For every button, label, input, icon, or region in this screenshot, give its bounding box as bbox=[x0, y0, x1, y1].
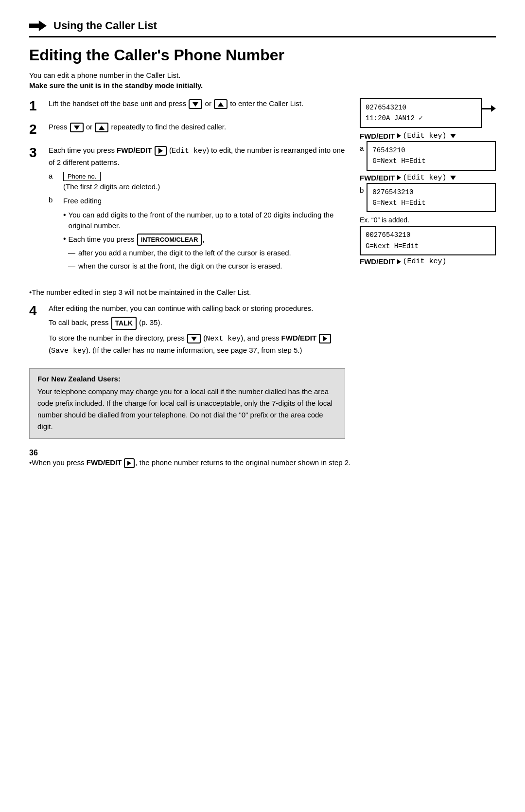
fwd-down-arrow-2 bbox=[450, 176, 456, 180]
fwd-label-3: FWD/EDIT (Edit key) bbox=[360, 257, 496, 266]
screen-b2-line1: 00276543210 bbox=[366, 230, 490, 240]
sub-a-label: a bbox=[49, 172, 56, 191]
down-arrow-icon-3 bbox=[191, 337, 197, 341]
right-column: 0276543210 11:20A JAN12 ✓ FWD/EDIT (Edit… bbox=[360, 98, 496, 457]
step-2-content: Press or repeatedly to find the desired … bbox=[49, 122, 345, 136]
step-3: 3 Each time you press FWD/EDIT (Edit key… bbox=[29, 145, 345, 278]
fwd-down-arrow-1 bbox=[450, 134, 456, 138]
sub-item-b: b Free editing • You can add digits to t… bbox=[49, 196, 345, 273]
main-content: 1 Lift the handset off the base unit and… bbox=[29, 98, 496, 457]
fwd-return-note: •When you press FWD/EDIT , the phone num… bbox=[29, 457, 496, 469]
fwd-edit-text-1: FWD/EDIT bbox=[360, 132, 395, 140]
screen-b1-line1: 0276543210 bbox=[372, 187, 490, 198]
screen-b-letter: b bbox=[360, 186, 364, 194]
dash-2: — when the cursor is at the front, the d… bbox=[63, 261, 345, 272]
right-arrow-note bbox=[127, 461, 131, 466]
bullet-1: • You can add digits to the front of the… bbox=[63, 210, 345, 232]
page-number: 36 bbox=[29, 449, 345, 457]
intro-line1: You can edit a phone number in the Calle… bbox=[29, 71, 496, 79]
step-1-text: Lift the handset off the base unit and p… bbox=[49, 98, 345, 109]
step-1-content: Lift the handset off the base unit and p… bbox=[49, 98, 345, 113]
fwd-edit-text-2: FWD/EDIT bbox=[360, 174, 395, 182]
header-rule bbox=[29, 36, 496, 37]
fwd-edit-key-2: (Edit key) bbox=[403, 174, 447, 182]
screen-1: 0276543210 11:20A JAN12 ✓ bbox=[360, 98, 482, 128]
sub-b-content: Free editing • You can add digits to the… bbox=[63, 196, 345, 273]
fwd-edit-label-inline: FWD/EDIT bbox=[117, 146, 152, 154]
up-key bbox=[214, 99, 228, 109]
up-key-2 bbox=[95, 123, 108, 132]
fwd-right-arrow-1 bbox=[397, 133, 401, 138]
down-arrow-icon-2 bbox=[74, 126, 80, 130]
intro-line2: Make sure the unit is in the standby mod… bbox=[29, 81, 496, 90]
left-column: 1 Lift the handset off the base unit and… bbox=[29, 98, 345, 457]
step-3-content: Each time you press FWD/EDIT (Edit key) … bbox=[49, 145, 345, 278]
screen-b2: 00276543210 G=Next H=Edit bbox=[360, 226, 496, 255]
fwd-edit-key-3: (Edit key) bbox=[403, 257, 447, 266]
step-2: 2 Press or repeatedly to find the desire… bbox=[29, 122, 345, 136]
step-4-text3: To store the number in the directory, pr… bbox=[49, 333, 345, 357]
sub-a-content: Phone no. (The first 2 digits are delete… bbox=[63, 172, 345, 191]
step-3-number: 3 bbox=[29, 146, 43, 278]
dash-1: — after you add a number, the digit to t… bbox=[63, 248, 345, 259]
sub-a-desc: (The first 2 digits are deleted.) bbox=[63, 182, 345, 191]
header-title: Using the Caller List bbox=[53, 19, 157, 32]
sub-b-label: b bbox=[49, 196, 56, 273]
bullet-2: • Each time you press INTERCOM/CLEAR, bbox=[63, 234, 345, 246]
screen-a-line1: 76543210 bbox=[372, 145, 490, 156]
right-key-note bbox=[124, 458, 135, 468]
screen-arrow-right bbox=[481, 105, 496, 112]
header-section: Using the Caller List bbox=[29, 19, 496, 32]
screen-b1-box-wrap: 0276543210 G=Next H=Edit bbox=[367, 183, 496, 214]
step-4-content: After editing the number, you can contin… bbox=[49, 303, 345, 360]
screen-b2-line2: G=Next H=Edit bbox=[366, 241, 490, 252]
screen-b1-line2: G=Next H=Edit bbox=[372, 198, 490, 208]
intercom-key: INTERCOM/CLEAR bbox=[137, 234, 202, 246]
page-title: Editing the Caller's Phone Number bbox=[29, 46, 496, 64]
right-key bbox=[155, 146, 167, 156]
ex-label: Ex. “0” is added. bbox=[360, 216, 496, 224]
right-arrow-icon bbox=[158, 148, 163, 154]
arrow-shaft bbox=[481, 108, 491, 109]
step-1: 1 Lift the handset off the base unit and… bbox=[29, 98, 345, 113]
note-box-text: Your telephone company may charge you fo… bbox=[37, 386, 337, 433]
step-2-text: Press or repeatedly to find the desired … bbox=[49, 122, 345, 133]
step-4-text2: To call back, press TALK (p. 35). bbox=[49, 317, 345, 330]
note-box-title: For New Zealand Users: bbox=[37, 375, 337, 383]
phone-no-box: Phone no. bbox=[63, 172, 101, 181]
sub-item-a: a Phone no. (The first 2 digits are dele… bbox=[49, 172, 345, 191]
step-1-number: 1 bbox=[29, 99, 43, 113]
talk-key: TALK bbox=[111, 317, 137, 330]
fwd-edit-text-3: FWD/EDIT bbox=[360, 257, 395, 266]
fwd-edit-key-1: (Edit key) bbox=[403, 132, 447, 140]
screen-section-1: 0276543210 11:20A JAN12 ✓ bbox=[360, 98, 496, 128]
step-4-text1: After editing the number, you can contin… bbox=[49, 303, 345, 314]
sub-b-title: Free editing bbox=[63, 196, 345, 207]
note-box: For New Zealand Users: Your telephone co… bbox=[29, 368, 345, 439]
screen-1-line1: 0276543210 bbox=[366, 102, 476, 113]
screen-a: 76543210 G=Next H=Edit bbox=[367, 141, 496, 171]
down-key bbox=[189, 99, 202, 109]
screen-a-letter: a bbox=[360, 144, 364, 152]
bottom-bullet: •The number edited in step 3 will not be… bbox=[29, 287, 345, 298]
screen-b-section: b 0276543210 G=Next H=Edit bbox=[360, 183, 496, 214]
right-key-2 bbox=[319, 334, 331, 343]
step-4: 4 After editing the number, you can cont… bbox=[29, 303, 345, 360]
screen-1-line2: 11:20A JAN12 ✓ bbox=[366, 113, 476, 124]
arrow-head bbox=[491, 105, 496, 112]
up-arrow-icon bbox=[218, 102, 224, 107]
down-arrow-icon bbox=[192, 102, 198, 107]
down-key-2 bbox=[70, 123, 84, 132]
screen-b1: 0276543210 G=Next H=Edit bbox=[367, 183, 496, 213]
step-3-text: Each time you press FWD/EDIT (Edit key) … bbox=[49, 145, 345, 168]
fwd-right-arrow-3 bbox=[397, 259, 401, 264]
screen-a-section: a 76543210 G=Next H=Edit bbox=[360, 141, 496, 172]
up-arrow-icon-2 bbox=[99, 126, 105, 130]
down-key-3 bbox=[187, 334, 201, 343]
fwd-right-arrow-2 bbox=[397, 175, 401, 180]
screen-a-box-wrap: 76543210 G=Next H=Edit bbox=[367, 141, 496, 172]
screen-a-line2: G=Next H=Edit bbox=[372, 156, 490, 166]
header-arrow-icon bbox=[29, 20, 47, 31]
fwd-label-1: FWD/EDIT (Edit key) bbox=[360, 132, 496, 140]
right-arrow-icon-2 bbox=[323, 336, 327, 342]
